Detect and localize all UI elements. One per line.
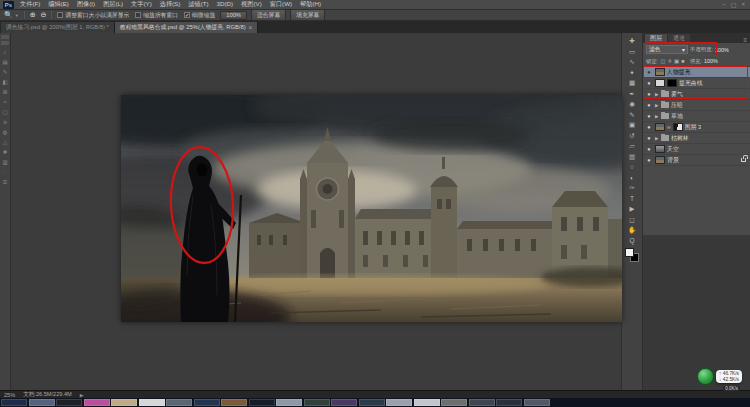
taskbar-tile-19[interactable] — [524, 399, 550, 406]
visibility-eye-icon[interactable]: ● — [645, 91, 653, 97]
lock-icon-0[interactable]: ◫ — [660, 58, 665, 64]
layer-row-草地[interactable]: ●▶草地 — [643, 111, 750, 122]
menu-item-6[interactable]: 滤镜(T) — [188, 0, 208, 9]
menu-item-8[interactable]: 视图(V) — [241, 0, 262, 9]
taskbar-tile-1[interactable] — [29, 399, 55, 406]
option-checkbox-0[interactable]: 调整窗口大小以满屏显示 — [57, 11, 129, 20]
taskbar-tile-15[interactable] — [414, 399, 440, 406]
fill-value[interactable]: 100% — [704, 58, 718, 64]
expand-triangle-icon[interactable]: ▶ — [655, 136, 659, 141]
taskbar-tile-12[interactable] — [331, 399, 357, 406]
taskbar-tile-4[interactable] — [111, 399, 137, 406]
layer-row-雾气[interactable]: ●▶雾气 — [643, 89, 750, 100]
visibility-eye-icon[interactable]: ● — [645, 135, 653, 141]
collapsed-panel-tab[interactable] — [1, 35, 9, 39]
lock-icon-3[interactable]: ■ — [681, 58, 684, 64]
dodge-tool-icon[interactable]: ◐ — [625, 173, 639, 184]
taskbar-tile-5[interactable] — [139, 399, 165, 406]
zoom-out-button[interactable]: ⊖ — [41, 11, 47, 19]
left-dock-icon-8[interactable]: ◍ — [3, 127, 8, 137]
blend-mode-select[interactable]: 滤色 ▾ — [646, 45, 688, 54]
collapsed-panel-tab[interactable] — [1, 41, 9, 45]
left-dock-icon-13[interactable]: ☰ — [3, 177, 8, 187]
eyedropper-tool-icon[interactable]: ✒ — [625, 89, 639, 100]
layer-row-人物提亮[interactable]: ●人物提亮 — [643, 67, 750, 78]
status-expand-icon[interactable]: ▶ — [80, 392, 84, 398]
left-dock-icon-2[interactable]: ✎ — [3, 67, 8, 77]
menu-item-9[interactable]: 窗口(W) — [270, 0, 292, 9]
layer-thumbnail[interactable] — [655, 156, 665, 164]
lock-icon-2[interactable]: ▣ — [674, 58, 679, 64]
taskbar-tile-9[interactable] — [249, 399, 275, 406]
taskbar-tile-14[interactable] — [386, 399, 412, 406]
marquee-tool-icon[interactable]: ▭ — [625, 47, 639, 58]
visibility-eye-icon[interactable]: ● — [645, 80, 653, 86]
taskbar-tile-10[interactable] — [276, 399, 302, 406]
color-swatches[interactable] — [625, 248, 639, 262]
left-dock-icon-5[interactable]: ✧ — [3, 97, 8, 107]
layer-row-图层 3[interactable]: ●∞图层 3 — [643, 122, 750, 133]
hand-tool-icon[interactable]: ✋ — [625, 225, 639, 236]
move-tool-icon[interactable]: ✚ — [625, 36, 639, 47]
left-dock-icon-1[interactable]: ▤ — [2, 57, 7, 67]
taskbar-tile-3[interactable] — [84, 399, 110, 406]
expand-triangle-icon[interactable]: ▶ — [655, 103, 659, 108]
taskbar-tile-8[interactable] — [221, 399, 247, 406]
document-tab-1[interactable]: 教程暗黑风格合成.psd @ 25%(人物提亮, RGB/8)× — [115, 22, 259, 33]
layer-row-天空[interactable]: ●天空 — [643, 144, 750, 155]
taskbar-tile-6[interactable] — [166, 399, 192, 406]
canvas-area[interactable] — [11, 33, 621, 390]
lasso-tool-icon[interactable]: ∿ — [625, 57, 639, 68]
zoom-in-button[interactable]: ⊕ — [30, 11, 36, 19]
left-dock-icon-3[interactable]: ◧ — [2, 77, 7, 87]
clone-stamp-tool-icon[interactable]: ▣ — [625, 120, 639, 131]
layer-row-压暗[interactable]: ●▶压暗 — [643, 100, 750, 111]
taskbar-tile-17[interactable] — [469, 399, 495, 406]
menu-item-2[interactable]: 图像(I) — [77, 0, 95, 9]
quick-selection-tool-icon[interactable]: ✦ — [625, 68, 639, 79]
panel-tab-通道[interactable]: 通道 — [668, 34, 690, 43]
eraser-tool-icon[interactable]: ▱ — [625, 141, 639, 152]
visibility-eye-icon[interactable]: ● — [645, 124, 653, 130]
left-dock-icon-6[interactable]: ▢ — [2, 107, 7, 117]
layer-thumbnail[interactable] — [655, 123, 665, 131]
foreground-color-swatch[interactable] — [625, 248, 634, 257]
left-dock-icon-10[interactable]: ✚ — [3, 147, 8, 157]
zoom-level[interactable]: 25% — [4, 392, 15, 398]
tab-close-icon[interactable]: × — [249, 24, 253, 31]
option-button-0[interactable]: 100% — [220, 11, 247, 20]
taskbar-tile-0[interactable] — [1, 399, 27, 406]
shape-tool-icon[interactable]: ◻ — [625, 215, 639, 226]
menu-item-1[interactable]: 编辑(E) — [48, 0, 69, 9]
document-tab-0[interactable]: 调色练习.psd @ 200%(图层 1, RGB/8) * — [1, 22, 115, 33]
menu-item-7[interactable]: 3D(D) — [217, 0, 234, 9]
visibility-eye-icon[interactable]: ● — [645, 102, 653, 108]
option-checkbox-1[interactable]: 缩放所有窗口 — [135, 11, 178, 20]
blur-tool-icon[interactable]: ○ — [625, 162, 639, 173]
zoom-tool-icon[interactable]: Q — [625, 236, 639, 247]
layer-row-背景[interactable]: ●背景 — [643, 155, 750, 166]
taskbar-tile-13[interactable] — [359, 399, 385, 406]
menu-item-5[interactable]: 选择(S) — [160, 0, 181, 9]
history-brush-tool-icon[interactable]: ↺ — [625, 131, 639, 142]
taskbar-tile-16[interactable] — [441, 399, 467, 406]
menu-item-10[interactable]: 帮助(H) — [300, 0, 321, 9]
opacity-value[interactable]: 100% — [715, 47, 729, 53]
visibility-eye-icon[interactable]: ● — [645, 146, 653, 152]
lock-icon-1[interactable]: ✛ — [667, 58, 672, 64]
left-dock-icon-12[interactable]: ◌ — [3, 167, 6, 177]
layer-thumbnail[interactable] — [655, 68, 665, 76]
document-canvas[interactable] — [121, 95, 622, 322]
left-dock-icon-11[interactable]: ▥ — [2, 157, 7, 167]
option-checkbox-2[interactable]: ✓细微缩放 — [184, 11, 215, 20]
visibility-eye-icon[interactable]: ● — [645, 113, 653, 119]
expand-triangle-icon[interactable]: ▶ — [655, 92, 659, 97]
menu-item-4[interactable]: 文字(Y) — [131, 0, 152, 9]
menu-item-3[interactable]: 图层(L) — [103, 0, 123, 9]
left-dock-icon-0[interactable]: ⌕ — [3, 47, 6, 57]
visibility-eye-icon[interactable]: ● — [645, 69, 653, 75]
visibility-eye-icon[interactable]: ● — [645, 157, 653, 163]
left-dock-icon-4[interactable]: ⊞ — [3, 87, 8, 97]
brush-tool-icon[interactable]: ✎ — [625, 110, 639, 121]
path-selection-tool-icon[interactable]: ▶ — [625, 204, 639, 215]
